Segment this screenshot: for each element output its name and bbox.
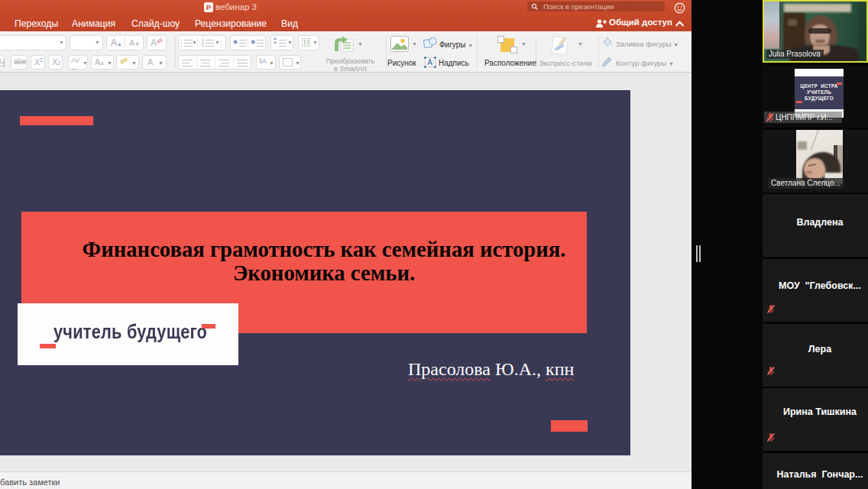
svg-text:A: A xyxy=(427,58,432,66)
